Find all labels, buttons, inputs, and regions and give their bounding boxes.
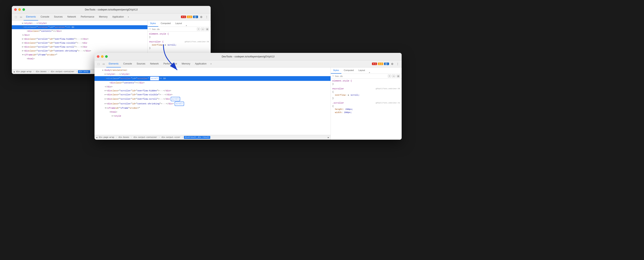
toolbar-right-1: ✕ 1 ⚠ 2 ▐ 1 ⚙ ⋮ [181,15,209,19]
minimize-button-1[interactable] [18,8,21,11]
filter-btn-box[interactable]: ▭ [201,28,204,31]
dom-line[interactable]: ▶ <iframe id="iframe" srcdoc=" [94,106,330,110]
dom-line[interactable]: ▶ <div class="scroller" id="overflow-hid… [12,37,148,41]
styles-tab-computed[interactable]: Computed [158,21,173,27]
close-button-2[interactable] [97,55,100,58]
dom-line[interactable]: ▶ <div class="scroller" id="overflow-scr… [12,45,148,49]
filter-btn-plus[interactable]: + [197,28,200,31]
device-icon[interactable]: ▭ [18,15,23,19]
breadcrumb-item[interactable]: div.page-wrap [15,70,32,73]
styles-tabs-2: Styles Computed Layout » [331,67,402,74]
dom-line[interactable]: ▶ <div class="scroller" id="overflow-vis… [12,41,148,45]
dom-line[interactable]: <html> [94,110,330,114]
tab-network-2[interactable]: Network [148,60,161,67]
breadcrumb-item[interactable]: div.page-wrap [98,136,115,139]
dom-line[interactable]: ▶ <style> ··· </style> [12,21,148,25]
more-options-icon-1[interactable]: ⋮ [204,15,209,19]
dom-line[interactable]: <div class="contents" ></div> [94,81,330,85]
minimize-button-2[interactable] [101,55,104,58]
filter-icon-2: ▽ [332,75,334,77]
tab-memory-1[interactable]: Memory [97,14,110,21]
dom-line[interactable]: ▶ <div class="scroller" id="overflow-scr… [94,97,330,101]
device-icon-2[interactable]: ▭ [101,62,106,66]
styles-tab-computed-2[interactable]: Computed [342,67,356,74]
breadcrumb-item-active[interactable]: div.outp… [78,70,90,73]
tab-sources-2[interactable]: Sources [134,60,148,67]
filter-btn-box-2[interactable]: ▭ [392,75,396,78]
dom-line-selected[interactable]: ▶ <div class="scroller" id="scroller" > … [12,25,148,29]
devtools-window-2: DevTools - codepen.io/sofiayem/pen/gOVpX… [94,53,402,140]
breadcrumb-item[interactable]: div.output-container [50,70,75,73]
more-tabs-2[interactable]: » [209,63,213,65]
css-rule-element-style: element.style { } [148,32,211,40]
maximize-button-1[interactable] [22,8,25,11]
breadcrumb-item-active[interactable]: div#result_div.result [184,136,210,139]
filter-btn-plus-2[interactable]: + [388,75,391,78]
tab-console-1[interactable]: Console [38,14,52,21]
traffic-lights-2 [97,55,108,58]
styles-tab-layout[interactable]: Layout [173,21,184,27]
filter-btn-toggle[interactable]: ▤ [205,28,209,31]
dom-line-selected-2[interactable]: ▶ <div class="scroller" id="scroller" sc… [94,76,330,81]
styles-tab-layout-2[interactable]: Layout [356,67,368,74]
filter-input-1[interactable] [152,28,196,30]
more-options-icon-2[interactable]: ⋮ [395,62,400,66]
devtools-toolbar-2: ⬚ ▭ Elements Console Sources Network Per… [94,60,402,67]
breadcrumb-arrow-left-2[interactable]: ◀ [96,136,97,139]
breadcrumb-item[interactable]: div.boxes [35,70,47,73]
filter-icon: ▽ [149,28,151,30]
maximize-button-2[interactable] [105,55,108,58]
filter-buttons-1: + ▭ ▤ [197,28,209,31]
error-badge-1: ✕ 1 [181,16,186,18]
dom-line[interactable]: ▶ <body translate= no > [94,68,330,72]
warning-badge-2: ⚠ 2 [378,63,383,65]
dom-line[interactable]: <div class="contents" ></div> [12,29,148,33]
tab-sources-1[interactable]: Sources [52,14,65,21]
styles-tab-styles[interactable]: Styles [148,21,158,27]
tab-network-1[interactable]: Network [65,14,78,21]
tab-elements-2[interactable]: Elements [106,60,121,67]
breadcrumb-item[interactable]: div.output-sizer [161,136,181,139]
filter-input-2[interactable] [335,75,387,77]
tab-performance-1[interactable]: Performance [78,14,97,21]
more-styles-tabs-2[interactable]: » [368,71,372,74]
css-rule-scroller-2: #scroller gOVpXJJ?ano…ue&view=:50 { over… [331,86,402,101]
dom-line[interactable]: </div> [12,33,148,37]
tab-application-1[interactable]: Application [110,14,126,21]
tab-application-2[interactable]: Application [192,60,209,67]
tab-elements-1[interactable]: Elements [24,14,38,21]
dom-line[interactable]: </div> [94,85,330,89]
inspect-icon-2[interactable]: ⬚ [96,62,101,66]
dom-line[interactable]: ▶ <div class="scroller" id="overflow-hid… [94,89,330,93]
dom-line[interactable]: ▶ <div class="scroller" id="content-shri… [94,101,330,106]
dom-line[interactable]: ▶ <style> ··· </style> [94,72,330,76]
toolbar-right-2: ✕ 1 ⚠ 2 ▐ 1 ⚙ ⋮ [372,62,400,66]
titlebar-1: DevTools - codepen.io/sofiayem/pen/gOVpX… [12,6,211,14]
styles-tab-styles-2[interactable]: Styles [331,67,342,74]
inspect-icon[interactable]: ⬚ [14,15,18,19]
breadcrumb-arrow-left[interactable]: ◀ [14,71,14,73]
settings-icon-1[interactable]: ⚙ [199,15,204,19]
settings-icon-2[interactable]: ⚙ [390,62,394,66]
devtools-toolbar-1: ⬚ ▭ Elements Console Sources Network Per… [12,14,211,21]
tab-memory-2[interactable]: Memory [179,60,192,67]
dom-line[interactable]: ▶ <div class="scroller" id="overflow-vis… [94,93,330,97]
more-tabs-1[interactable]: » [126,16,130,18]
close-button-1[interactable] [14,8,17,11]
error-badge-2: ✕ 1 [372,63,377,65]
elements-panel-2: ▶ <body translate= no > ▶ <style> ··· </… [94,67,331,140]
window-title-1: DevTools - codepen.io/sofiayem/pen/gOVpX… [85,8,138,11]
tab-performance-2[interactable]: Performance [161,60,179,67]
breadcrumb-item[interactable]: div.boxes [118,136,130,139]
dom-line[interactable]: ▶ <style [94,114,330,118]
main-tabs-2: Elements Console Sources Network Perform… [106,60,372,67]
styles-panel-2: Styles Computed Layout » ▽ + ▭ ▤ element… [331,67,402,140]
tab-console-2[interactable]: Console [121,60,134,67]
breadcrumb-item[interactable]: div.output-container [133,136,158,139]
more-styles-tabs[interactable]: » [184,25,188,27]
breadcrumb-arrow-right-2[interactable]: ▶ [328,136,329,139]
dom-line[interactable]: ▶ <div class="scroller" id="content-shri… [12,49,148,53]
window-title-2: DevTools - codepen.io/sofiayem/pen/gOVpX… [222,55,274,58]
filter-btn-toggle-2[interactable]: ▤ [396,75,400,78]
css-rule-scroller: #scroller { gOVpXJJ?noc…ue&view=:50 over… [148,40,211,51]
